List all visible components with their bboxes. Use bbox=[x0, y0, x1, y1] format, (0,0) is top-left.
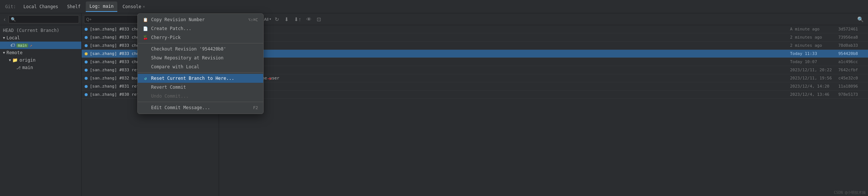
remote-section-label: Remote bbox=[6, 50, 22, 55]
log-dot bbox=[85, 77, 88, 80]
commits-list: 🏷 main A minute ago 3d572461 2 minutes a… bbox=[219, 25, 868, 196]
menu-show-repo-label: Show Repository at Revision bbox=[151, 55, 223, 61]
menu-reset-branch-label: Reset Current Branch to Here... bbox=[151, 76, 234, 81]
commit-row-1[interactable]: 2 minutes ago 73956ea8 bbox=[219, 33, 868, 42]
branch-icon: ⎇ bbox=[16, 66, 21, 70]
commit-hash: 78d0ab33 bbox=[838, 43, 864, 48]
refresh-button[interactable]: ↻ bbox=[273, 16, 281, 23]
commit-time: A minute ago bbox=[790, 27, 835, 32]
tree-item-origin-main[interactable]: ⎇ main bbox=[0, 64, 81, 71]
pin-button[interactable]: ⊡ bbox=[315, 16, 323, 23]
commit-message: more roles for one user bbox=[223, 76, 786, 81]
commit-hash: 73956ea8 bbox=[838, 35, 864, 40]
chevron-down-icon: ▼ bbox=[3, 36, 5, 40]
commit-hash: 11a18096 bbox=[838, 84, 864, 89]
commit-hash: 978e5173 bbox=[838, 92, 864, 97]
commits-panel: : Branch: All ▾ Paths: All ▾ ↻ ⬇ ⬇↑ 👁 ⊡ … bbox=[219, 13, 868, 196]
menu-item-copy-revision[interactable]: 📋 Copy Revision Number ⌥⇧⌘C bbox=[138, 15, 263, 24]
menu-item-checkout-revision[interactable]: Checkout Revision '954420b8' bbox=[138, 45, 263, 53]
log-dot bbox=[85, 52, 88, 55]
console-close-icon[interactable]: ✕ bbox=[143, 4, 145, 9]
local-section-label: Local bbox=[6, 35, 20, 40]
sidebar: ‹ HEAD (Current Branch) ▼ Local 🏷 main ↗… bbox=[0, 13, 82, 196]
commit-hash: c45e32c0 bbox=[838, 76, 864, 81]
commit-time: 2023/12/11, 20:22 bbox=[790, 68, 835, 72]
cherry-pick-icon: 🍒 bbox=[143, 35, 148, 40]
tab-local-changes[interactable]: Local Changes bbox=[20, 1, 62, 12]
log-dot bbox=[85, 69, 88, 72]
copy-icon: 📋 bbox=[143, 17, 148, 22]
menu-undo-label: Undo Commit... bbox=[151, 94, 189, 99]
tree-item-main-branch[interactable]: 🏷 main ↗ bbox=[0, 42, 81, 49]
chevron-down-paths-icon: ▾ bbox=[270, 17, 271, 21]
chevron-down-icon: ▼ bbox=[3, 51, 5, 55]
commit-row-6[interactable]: more roles for one user 2023/12/11, 19:5… bbox=[219, 74, 868, 82]
view-button[interactable]: 👁 bbox=[305, 16, 313, 23]
menu-checkout-label: Checkout Revision '954420b8' bbox=[151, 46, 226, 52]
sidebar-search-input[interactable] bbox=[9, 15, 79, 23]
menu-item-edit-message[interactable]: Edit Commit Message... F2 bbox=[138, 103, 263, 112]
menu-revert-label: Revert Commit bbox=[151, 85, 186, 90]
main-branch-tag: main bbox=[16, 43, 28, 48]
log-dot bbox=[85, 36, 88, 39]
log-dot bbox=[85, 93, 88, 96]
commit-hash: 3d572461 bbox=[838, 27, 864, 32]
pull-button[interactable]: ⬇↑ bbox=[293, 16, 303, 23]
tree-item-head[interactable]: HEAD (Current Branch) bbox=[0, 27, 81, 34]
tab-bar: Git: Local Changes Shelf Log: main Conso… bbox=[0, 0, 868, 13]
commit-time: 2 minutes ago bbox=[790, 43, 835, 48]
log-dot bbox=[85, 44, 88, 47]
menu-item-reset-branch[interactable]: ↺ Reset Current Branch to Here... ➔ bbox=[138, 74, 263, 83]
menu-copy-shortcut: ⌥⇧⌘C bbox=[248, 17, 258, 22]
commits-toolbar: : Branch: All ▾ Paths: All ▾ ↻ ⬇ ⬇↑ 👁 ⊡ … bbox=[219, 13, 868, 25]
back-button[interactable]: ‹ bbox=[2, 16, 7, 23]
commit-row-4[interactable]: Today 10:07 a1c496cc bbox=[219, 58, 868, 66]
commit-message: on bbox=[223, 68, 786, 72]
menu-item-cherry-pick[interactable]: 🍒 Cherry-Pick bbox=[138, 33, 263, 42]
tab-log-main[interactable]: Log: main bbox=[86, 1, 117, 12]
tree-head-label: HEAD (Current Branch) bbox=[3, 28, 59, 33]
commit-row-0[interactable]: 🏷 main A minute ago 3d572461 bbox=[219, 25, 868, 33]
tree-item-remote[interactable]: ▼ Remote bbox=[0, 49, 81, 56]
commit-row-8[interactable]: 2023/12/4, 13:46 978e5173 bbox=[219, 91, 868, 99]
menu-edit-shortcut: F2 bbox=[253, 105, 258, 110]
chevron-down-icon: ▼ bbox=[9, 58, 11, 62]
menu-item-show-repo[interactable]: Show Repository at Revision bbox=[138, 53, 263, 62]
menu-copy-revision-label: Copy Revision Number bbox=[151, 17, 205, 22]
commit-hash: 7642cfbf bbox=[838, 68, 864, 72]
menu-separator-2 bbox=[138, 72, 263, 73]
commit-time: Today 11:33 bbox=[790, 51, 835, 56]
log-dot bbox=[85, 28, 88, 31]
menu-item-revert-commit[interactable]: Revert Commit bbox=[138, 83, 263, 92]
commit-time: 2023/12/4, 14:20 bbox=[790, 84, 835, 89]
log-dot bbox=[85, 85, 88, 88]
menu-compare-local-label: Compare with Local bbox=[151, 64, 199, 69]
tree-item-origin[interactable]: ▼ 📁 origin bbox=[0, 56, 81, 64]
commit-hash: a1c496cc bbox=[838, 59, 864, 64]
search-commits-button[interactable]: 🔍 bbox=[856, 16, 865, 23]
commit-row-3[interactable]: 🏷 origin/main Today 11:33 954420b8 bbox=[219, 50, 868, 58]
origin-label: origin bbox=[19, 58, 35, 63]
commit-row-5[interactable]: on 2023/12/11, 20:22 7642cfbf bbox=[219, 66, 868, 74]
menu-separator-3 bbox=[138, 102, 263, 102]
sidebar-toolbar: ‹ bbox=[0, 13, 81, 25]
watermark: CSDN @小明技术频 bbox=[834, 190, 866, 195]
tab-console[interactable]: Console ✕ bbox=[119, 1, 149, 12]
commit-hash: 954420b8 bbox=[838, 51, 864, 56]
commit-time: Today 10:07 bbox=[790, 59, 835, 64]
origin-main-label: main bbox=[22, 65, 33, 70]
git-label: Git: bbox=[3, 4, 18, 9]
menu-item-compare-local[interactable]: Compare with Local bbox=[138, 62, 263, 71]
red-arrow-menu-icon: ➔ bbox=[267, 75, 271, 82]
menu-create-patch-label: Create Patch... bbox=[151, 26, 191, 31]
commit-row-2[interactable]: 2 minutes ago 78d0ab33 bbox=[219, 42, 868, 50]
menu-cherry-pick-label: Cherry-Pick bbox=[151, 35, 180, 40]
sidebar-tree: HEAD (Current Branch) ▼ Local 🏷 main ↗ ▼… bbox=[0, 25, 81, 196]
patch-icon: 📄 bbox=[143, 26, 148, 31]
fetch-button[interactable]: ⬇ bbox=[283, 16, 290, 23]
commit-row-7[interactable]: 2023/12/4, 14:20 11a18096 bbox=[219, 82, 868, 91]
log-dot bbox=[85, 61, 88, 63]
tab-shelf[interactable]: Shelf bbox=[63, 1, 84, 12]
menu-item-create-patch[interactable]: 📄 Create Patch... bbox=[138, 24, 263, 33]
tree-item-local[interactable]: ▼ Local bbox=[0, 34, 81, 42]
